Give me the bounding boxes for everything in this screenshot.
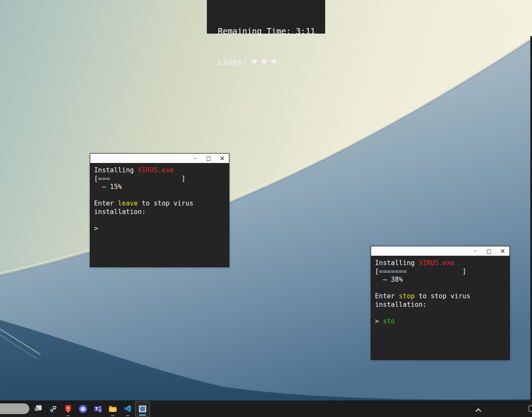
taskbar-item-brave[interactable] <box>60 400 75 417</box>
virus-name: VIRUS.exe <box>419 259 455 267</box>
game-window-icon <box>138 404 147 414</box>
taskbar-item-discord[interactable] <box>75 400 90 417</box>
stop-keyword: stop <box>399 292 415 300</box>
taskbar-item-window-stack[interactable] <box>31 400 46 417</box>
teams-letter: T <box>95 406 98 411</box>
maximize-button[interactable]: □ <box>482 246 496 256</box>
progress-fill: === <box>98 175 110 183</box>
typed-input: sto <box>383 317 395 325</box>
instruction-line-2: installation: <box>375 301 506 309</box>
discord-icon <box>78 404 88 414</box>
maximize-button[interactable]: □ <box>202 154 215 163</box>
taskbar-item-file-explorer[interactable] <box>105 400 120 417</box>
taskbar: T <box>0 400 532 417</box>
tray-expand-icon[interactable] <box>475 406 482 414</box>
minimize-button[interactable]: – <box>469 246 482 256</box>
virus-name: VIRUS.exe <box>138 166 174 174</box>
desktop: Remaining Time: 3:11 Lives: ♥ ♥ ♥ – □ × … <box>0 0 532 417</box>
blank-line <box>375 284 506 293</box>
instruction-line: Enter stop to stop virus <box>375 292 506 301</box>
active-indicator <box>139 414 146 416</box>
instruction-line: Enter leave to stop virus <box>94 200 225 208</box>
minimize-button[interactable]: – <box>188 154 202 163</box>
close-button[interactable]: × <box>496 246 509 256</box>
progress-bar-line: [=== ] <box>94 175 225 183</box>
folder-icon <box>108 404 117 414</box>
brave-icon <box>64 404 72 414</box>
blank-line <box>94 191 225 200</box>
stop-keyword: leave <box>118 200 138 207</box>
blank-line <box>94 217 225 225</box>
progress-bar-line: [======= ] <box>375 268 506 276</box>
taskbar-item-teams[interactable]: T <box>90 400 105 417</box>
prompt-line[interactable]: > <box>94 225 225 233</box>
progress-fill: ======= <box>379 268 406 275</box>
prompt-line[interactable]: > sto <box>375 317 506 326</box>
taskbar-icons: T <box>31 400 150 417</box>
instruction-line-2: installation: <box>94 208 225 217</box>
window-titlebar[interactable]: – □ × <box>90 154 229 163</box>
game-hud: Remaining Time: 3:11 Lives: ♥ ♥ ♥ <box>207 0 325 34</box>
progress-percent: — 15% <box>94 183 225 191</box>
taskbar-item-steam[interactable] <box>46 400 60 417</box>
taskbar-item-virus-game[interactable] <box>135 401 150 417</box>
running-indicator <box>111 415 114 417</box>
window-titlebar[interactable]: – □ × <box>371 246 509 256</box>
running-indicator <box>126 415 129 417</box>
tray-partial-icon[interactable] <box>529 406 532 412</box>
blank-line <box>375 309 506 318</box>
prompt-symbol: > <box>375 317 383 325</box>
teams-icon: T <box>93 404 103 414</box>
prompt-symbol: > <box>94 225 98 232</box>
remaining-time-label: Remaining Time: 3:11 <box>218 26 325 36</box>
scrollbar-track[interactable] <box>530 36 532 400</box>
lives-label: Lives: ♥ ♥ ♥ <box>218 57 325 67</box>
terminal-output[interactable]: Installing VIRUS.exe [======= ] — 38% En… <box>371 256 509 360</box>
virus-terminal-window-right: – □ × Installing VIRUS.exe [======= ] — … <box>371 246 510 360</box>
taskbar-item-vscode[interactable] <box>120 400 135 417</box>
install-line: Installing VIRUS.exe <box>375 259 506 268</box>
taskbar-search-pill[interactable] <box>0 403 29 414</box>
virus-terminal-window-left: – □ × Installing VIRUS.exe [=== ] — 15% … <box>90 153 229 267</box>
close-button[interactable]: × <box>215 154 229 163</box>
terminal-output[interactable]: Installing VIRUS.exe [=== ] — 15% Enter … <box>90 163 229 267</box>
progress-percent: — 38% <box>375 276 506 284</box>
install-line: Installing VIRUS.exe <box>94 166 225 175</box>
window-stack-icon <box>34 404 43 413</box>
steam-icon <box>49 404 58 414</box>
running-indicator <box>66 415 70 417</box>
vscode-icon <box>123 404 132 413</box>
